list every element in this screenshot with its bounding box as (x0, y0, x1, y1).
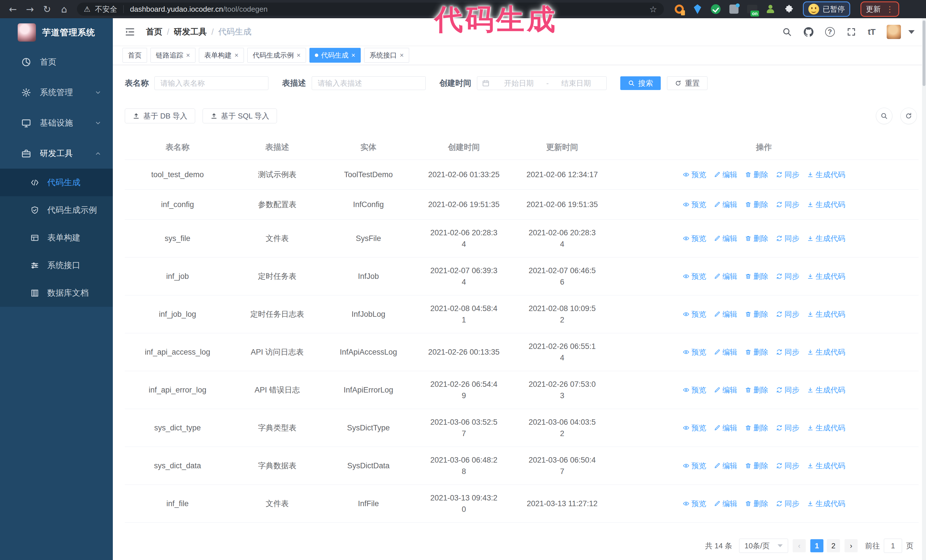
sync-link[interactable]: 同步 (776, 422, 799, 433)
scrollbar-thumb[interactable] (923, 21, 925, 86)
address-bar[interactable]: ⚠ 不安全 dashboard.yudao.iocoder.cn/tool/co… (77, 3, 664, 16)
sidebar-item-infra[interactable]: 基础设施 (0, 108, 113, 138)
preview-link[interactable]: 预览 (683, 498, 706, 509)
app-logo-row[interactable]: 芋道管理系统 (0, 18, 113, 47)
scrollbar[interactable] (922, 18, 926, 560)
sync-link[interactable]: 同步 (776, 308, 799, 320)
check-extension-icon[interactable] (711, 4, 721, 14)
import-sql-button[interactable]: 基于 SQL 导入 (203, 109, 277, 123)
tab[interactable]: 表单构建 × (199, 48, 244, 63)
close-icon[interactable]: × (186, 52, 190, 59)
sync-link[interactable]: 同步 (776, 199, 799, 210)
table-desc-input[interactable] (312, 76, 426, 90)
sync-link[interactable]: 同步 (776, 270, 799, 282)
generate-code-link[interactable]: 生成代码 (807, 199, 845, 210)
show-search-toggle-button[interactable] (876, 108, 893, 124)
delete-link[interactable]: 删除 (745, 346, 769, 358)
browser-reload-button[interactable]: ↻ (39, 2, 55, 16)
delete-link[interactable]: 删除 (745, 169, 769, 180)
tab[interactable]: 代码生成示例 × (247, 48, 306, 63)
sync-link[interactable]: 同步 (776, 346, 799, 358)
key-extension-icon[interactable] (674, 4, 684, 14)
preview-link[interactable]: 预览 (683, 169, 706, 180)
github-icon[interactable] (803, 27, 814, 37)
gem-extension-icon[interactable] (692, 4, 703, 14)
import-db-button[interactable]: 基于 DB 导入 (125, 109, 195, 123)
puzzle-extension-icon[interactable] (784, 4, 794, 14)
sidebar-item-form-builder[interactable]: 表单构建 (0, 224, 113, 252)
generate-code-link[interactable]: 生成代码 (807, 460, 845, 471)
bookmark-star-icon[interactable]: ☆ (649, 4, 657, 14)
breadcrumb-item[interactable]: 首页 (146, 26, 162, 38)
sidebar-item-devtools[interactable]: 研发工具 (0, 138, 113, 169)
page-button[interactable]: 1 (810, 539, 823, 552)
sync-link[interactable]: 同步 (776, 460, 799, 471)
profile-paused-chip[interactable]: 已暂停 (803, 2, 850, 17)
generate-code-link[interactable]: 生成代码 (807, 384, 845, 395)
generate-code-link[interactable]: 生成代码 (807, 422, 845, 433)
edit-link[interactable]: 编辑 (714, 270, 737, 282)
preview-link[interactable]: 预览 (683, 460, 706, 471)
search-button[interactable]: 搜索 (620, 76, 661, 90)
delete-link[interactable]: 删除 (745, 498, 769, 509)
preview-link[interactable]: 预览 (683, 199, 706, 210)
close-icon[interactable]: × (235, 52, 239, 59)
question-icon[interactable]: ? (825, 27, 835, 37)
tab[interactable]: 系统接口 × (364, 48, 409, 63)
date-range-picker[interactable]: 开始日期 - 结束日期 (477, 76, 607, 90)
edit-link[interactable]: 编辑 (714, 233, 737, 244)
sidebar-item-system-api[interactable]: 系统接口 (0, 252, 113, 279)
tab[interactable]: 首页 (123, 48, 147, 63)
sidebar-item-codegen-demo[interactable]: 代码生成示例 (0, 196, 113, 224)
delete-link[interactable]: 删除 (745, 308, 769, 320)
tab[interactable]: 代码生成 × (309, 48, 361, 63)
delete-link[interactable]: 删除 (745, 384, 769, 395)
edit-link[interactable]: 编辑 (714, 460, 737, 471)
search-icon[interactable] (782, 27, 792, 37)
delete-link[interactable]: 删除 (745, 460, 769, 471)
generate-code-link[interactable]: 生成代码 (807, 270, 845, 282)
generate-code-link[interactable]: 生成代码 (807, 308, 845, 320)
sidebar-item-home[interactable]: 首页 (0, 47, 113, 77)
edit-link[interactable]: 编辑 (714, 169, 737, 180)
caret-down-icon[interactable] (908, 30, 915, 34)
goto-page-input[interactable] (884, 539, 902, 553)
close-icon[interactable]: × (297, 52, 301, 59)
font-size-icon[interactable]: tT (868, 27, 875, 37)
page-button[interactable]: 2 (827, 539, 840, 552)
sync-link[interactable]: 同步 (776, 498, 799, 509)
reset-button[interactable]: 重置 (667, 76, 707, 90)
sync-link[interactable]: 同步 (776, 233, 799, 244)
generate-code-link[interactable]: 生成代码 (807, 346, 845, 358)
start-date-placeholder[interactable]: 开始日期 (493, 78, 545, 88)
preview-link[interactable]: 预览 (683, 422, 706, 433)
preview-link[interactable]: 预览 (683, 346, 706, 358)
sidebar-item-system[interactable]: 系统管理 (0, 77, 113, 108)
edit-link[interactable]: 编辑 (714, 384, 737, 395)
fullscreen-icon[interactable] (846, 27, 856, 37)
table-name-input[interactable] (154, 76, 268, 90)
preview-link[interactable]: 预览 (683, 233, 706, 244)
delete-link[interactable]: 删除 (745, 199, 769, 210)
breadcrumb-item[interactable]: 研发工具 (174, 26, 207, 38)
edit-link[interactable]: 编辑 (714, 422, 737, 433)
edit-link[interactable]: 编辑 (714, 346, 737, 358)
tab[interactable]: 链路追踪 × (150, 48, 195, 63)
next-page-button[interactable]: › (844, 539, 858, 552)
close-icon[interactable]: × (400, 52, 404, 59)
delete-link[interactable]: 删除 (745, 422, 769, 433)
end-date-placeholder[interactable]: 结束日期 (551, 78, 602, 88)
close-icon[interactable]: × (351, 52, 355, 59)
refresh-table-button[interactable] (900, 108, 917, 124)
generate-code-link[interactable]: 生成代码 (807, 498, 845, 509)
sync-link[interactable]: 同步 (776, 384, 799, 395)
browser-home-button[interactable]: ⌂ (56, 2, 72, 16)
generate-code-link[interactable]: 生成代码 (807, 233, 845, 244)
browser-update-button[interactable]: 更新 ⋮ (861, 2, 899, 17)
prev-page-button[interactable]: ‹ (793, 539, 806, 552)
sync-link[interactable]: 同步 (776, 169, 799, 180)
generate-code-link[interactable]: 生成代码 (807, 169, 845, 180)
browser-forward-button[interactable]: → (22, 2, 38, 16)
sidebar-item-codegen[interactable]: 代码生成 (0, 169, 113, 196)
preview-link[interactable]: 预览 (683, 384, 706, 395)
